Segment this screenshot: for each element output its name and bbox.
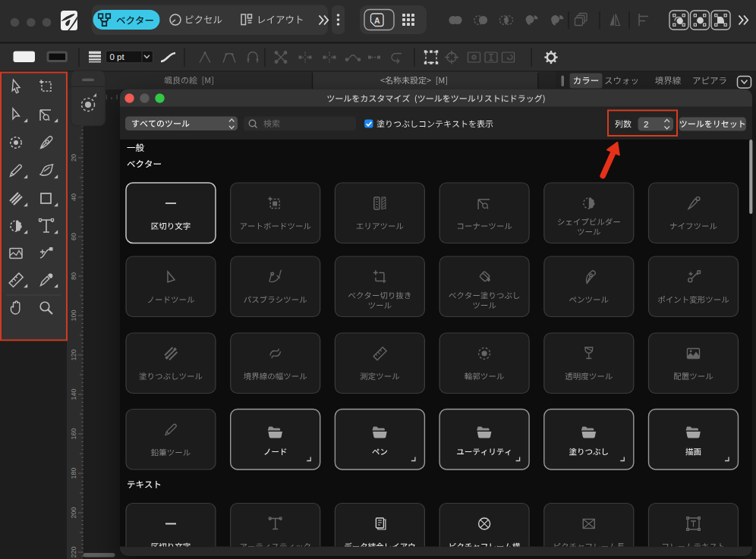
svg-text:140: 140	[70, 388, 77, 400]
svg-text:60: 60	[70, 233, 77, 240]
svg-text:160: 160	[70, 428, 77, 439]
svg-text:0 pt: 0 pt	[110, 52, 125, 61]
svg-text:100: 100	[70, 309, 77, 321]
svg-text:80: 80	[70, 272, 77, 280]
svg-text:220: 220	[70, 546, 77, 557]
svg-text:20: 20	[70, 154, 77, 162]
svg-text:40: 40	[70, 193, 77, 201]
svg-text:A: A	[374, 16, 380, 25]
svg-text:180: 180	[70, 467, 77, 479]
svg-text:2: 2	[644, 120, 648, 129]
svg-text:120: 120	[70, 349, 77, 360]
svg-text:200: 200	[70, 507, 77, 518]
